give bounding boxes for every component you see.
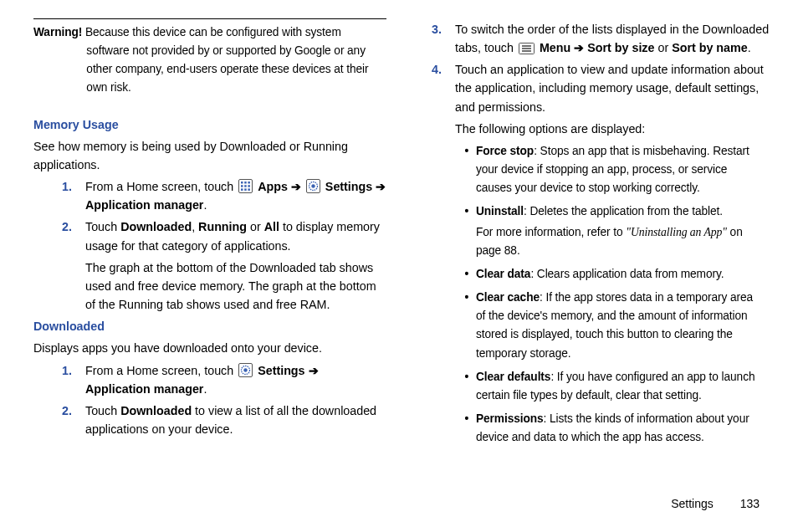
arrow-icon: ➔	[309, 364, 319, 377]
svg-rect-3	[248, 182, 251, 184]
list-item: 1. From a Home screen, touch Settings ➔ …	[65, 361, 386, 398]
uninstall-label: Uninstall	[476, 204, 524, 217]
menu-label: Menu	[540, 41, 574, 54]
settings-label: Settings	[258, 364, 308, 377]
svg-rect-8	[244, 188, 247, 191]
settings-icon	[238, 363, 253, 377]
svg-rect-4	[241, 185, 243, 187]
page-body: Warning! Because this device can be conf…	[0, 0, 798, 463]
svg-rect-9	[248, 188, 251, 191]
list-item: Force stop: Stops an app that is misbeha…	[465, 141, 760, 197]
svg-rect-6	[248, 185, 251, 187]
clear-cache-label: Clear cache	[476, 290, 540, 304]
right-column: 3. To switch the order of the lists disp…	[420, 18, 773, 454]
list-item: Uninstall: Deletes the application from …	[465, 202, 760, 258]
downloaded-label: Downloaded	[120, 404, 192, 417]
period: .	[203, 382, 207, 396]
clear-data-label: Clear data	[476, 267, 530, 280]
running-label: Running	[198, 220, 247, 233]
downloaded-intro: Displays apps you have downloaded onto y…	[33, 339, 386, 357]
step-text: Touch	[85, 220, 120, 233]
warning-body: Because this device can be configured wi…	[82, 25, 368, 94]
sort-by-name: Sort by name	[672, 41, 748, 54]
list-item: Permissions: Lists the kinds of informat…	[465, 409, 760, 446]
settings-label: Settings	[325, 180, 376, 193]
period: .	[748, 41, 751, 54]
step-number: 1.	[62, 177, 72, 196]
apps-icon	[238, 179, 253, 193]
heading-downloaded: Downloaded	[33, 317, 386, 335]
arrow-icon: ➔	[574, 41, 584, 54]
uninstall-reference: For more information, refer to "Uninstal…	[476, 223, 760, 259]
warning-text: Warning! Because this device can be conf…	[33, 23, 372, 97]
list-item: 1. From a Home screen, touch Apps ➔ Sett…	[65, 177, 386, 214]
warning-rule	[33, 18, 386, 19]
options-list: Force stop: Stops an app that is misbeha…	[455, 141, 760, 451]
permissions-label: Permissions	[476, 412, 544, 425]
memory-intro: See how memory is being used by Download…	[33, 137, 386, 174]
step-number: 1.	[62, 361, 72, 380]
page-number: 133	[740, 497, 760, 510]
clear-data-text: : Clears application data from memory.	[530, 267, 724, 280]
left-column: Warning! Because this device can be conf…	[33, 18, 386, 454]
step-text: ,	[192, 220, 198, 233]
or-text: or	[654, 41, 672, 54]
continued-steps: 3. To switch the order of the lists disp…	[420, 20, 773, 451]
force-stop-label: Force stop	[476, 144, 534, 157]
heading-memory-usage: Memory Usage	[33, 115, 386, 134]
arrow-icon: ➔	[376, 180, 386, 193]
clear-defaults-label: Clear defaults	[476, 370, 550, 383]
list-item: 4. Touch an application to view and upda…	[435, 60, 773, 451]
step-text: Touch an application to view and update …	[455, 63, 764, 113]
footer-section: Settings	[671, 497, 714, 510]
svg-rect-7	[241, 188, 243, 191]
all-label: All	[264, 220, 279, 233]
svg-rect-2	[244, 182, 247, 184]
appmgr-label: Application manager	[85, 198, 203, 212]
step-continuation: The graph at the bottom of the Downloade…	[85, 258, 386, 314]
page-footer: Settings 133	[0, 497, 798, 510]
svg-point-12	[311, 184, 315, 187]
step-text: Touch	[85, 404, 120, 417]
period: .	[203, 198, 207, 212]
list-item: Clear defaults: If you have configured a…	[465, 367, 760, 404]
uninstall-text: : Deletes the application from the table…	[524, 204, 723, 217]
settings-icon	[306, 179, 320, 193]
step-number: 2.	[62, 402, 72, 420]
list-item: Clear data: Clears application data from…	[465, 264, 760, 283]
step-text: From a Home screen, touch	[85, 180, 237, 193]
svg-point-15	[243, 368, 247, 371]
svg-rect-1	[241, 182, 243, 184]
apps-label: Apps	[258, 180, 291, 193]
step-text: From a Home screen, touch	[85, 364, 237, 377]
step-number: 3.	[432, 20, 442, 38]
list-item: 2. Touch Downloaded to view a list of al…	[65, 402, 386, 438]
svg-rect-5	[244, 185, 247, 187]
list-item: 2. Touch Downloaded, Running or All to d…	[65, 217, 386, 314]
menu-icon	[519, 43, 535, 54]
step-text: or	[247, 220, 264, 233]
downloaded-steps: 1. From a Home screen, touch Settings ➔ …	[33, 361, 386, 439]
ref-text: For more information, refer to	[476, 225, 626, 238]
arrow-icon: ➔	[291, 180, 301, 193]
appmgr-label: Application manager	[85, 382, 203, 396]
list-item: 3. To switch the order of the lists disp…	[435, 20, 773, 57]
step-number: 4.	[432, 60, 442, 79]
downloaded-label: Downloaded	[120, 220, 192, 233]
warning-label: Warning!	[33, 25, 82, 38]
memory-steps: 1. From a Home screen, touch Apps ➔ Sett…	[33, 177, 386, 314]
ref-title: "Uninstalling an App"	[626, 225, 727, 238]
list-item: Clear cache: If the app stores data in a…	[465, 288, 760, 362]
sort-by-size: Sort by size	[587, 41, 654, 54]
step-number: 2.	[62, 217, 72, 236]
step-continuation: The following options are displayed:	[455, 120, 773, 138]
